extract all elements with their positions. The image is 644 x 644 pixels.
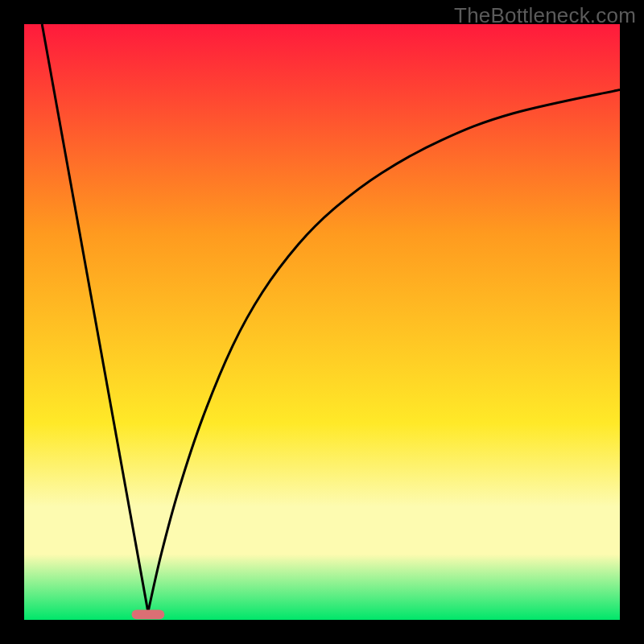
gradient-background	[24, 24, 620, 620]
chart-frame: TheBottleneck.com	[0, 0, 644, 644]
minimum-marker	[132, 609, 165, 619]
chart-svg	[24, 24, 620, 620]
plot-area	[24, 24, 620, 620]
watermark-text: TheBottleneck.com	[454, 3, 636, 28]
